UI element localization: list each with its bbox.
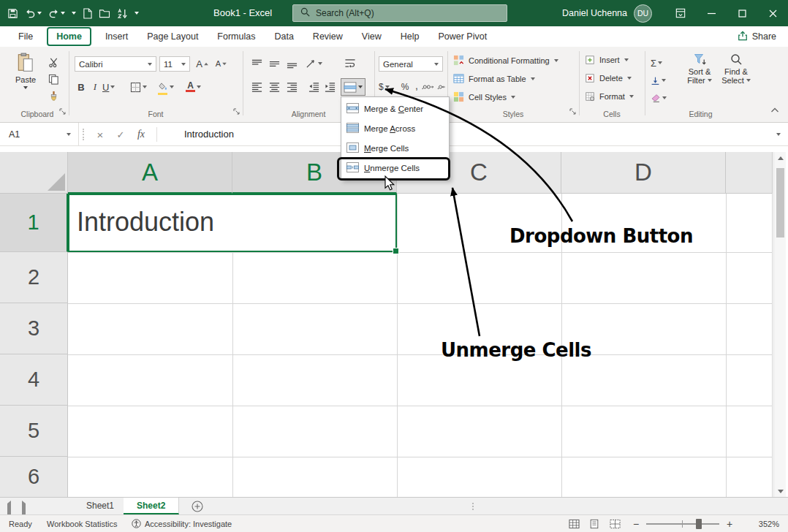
row-header-1[interactable]: 1 — [0, 194, 68, 252]
bold-button[interactable]: B — [75, 79, 88, 95]
customize-qat-icon[interactable] — [72, 12, 76, 15]
enter-button[interactable]: ✓ — [111, 123, 130, 146]
expand-formula-bar-icon[interactable] — [776, 133, 781, 136]
orientation-button[interactable] — [306, 55, 322, 72]
sheet-tab-sheet1[interactable]: Sheet1 — [73, 498, 128, 514]
search-input[interactable]: Search (Alt+Q) — [292, 4, 507, 22]
format-cells-button[interactable]: Format — [585, 91, 634, 102]
sheet-tab-sheet2[interactable]: Sheet2 — [124, 498, 179, 514]
share-button[interactable]: Share — [738, 26, 776, 47]
redo-dropdown-icon[interactable] — [61, 12, 65, 15]
undo-button[interactable] — [25, 9, 42, 18]
align-right-icon[interactable] — [284, 79, 300, 95]
autosum-button[interactable]: Σ — [651, 54, 662, 72]
font-dialog-launcher-icon[interactable] — [233, 104, 240, 118]
ribbon-display-options-icon[interactable] — [665, 0, 696, 26]
page-layout-view-icon[interactable] — [589, 515, 599, 532]
tab-help[interactable]: Help — [391, 26, 429, 47]
clear-dropdown-icon[interactable] — [662, 96, 667, 99]
insert-function-button[interactable]: fx — [132, 123, 151, 146]
sort-filter-button[interactable]: Sort & Filter — [683, 53, 716, 85]
align-left-icon[interactable] — [249, 79, 265, 95]
close-button[interactable] — [757, 0, 788, 26]
tab-file[interactable]: File — [9, 26, 42, 47]
grow-font-button[interactable]: A — [194, 56, 211, 72]
borders-button[interactable] — [130, 78, 147, 96]
align-center-icon[interactable] — [266, 79, 282, 95]
row-header-3[interactable]: 3 — [0, 303, 68, 354]
menu-item-merge-and-center[interactable]: Merge & Center — [341, 99, 449, 118]
cancel-button[interactable]: × — [91, 123, 110, 146]
copy-icon[interactable] — [45, 71, 61, 87]
zoom-level-button[interactable]: 352% — [741, 515, 779, 532]
add-sheet-icon[interactable] — [192, 501, 203, 515]
name-box[interactable]: A1 — [0, 123, 79, 146]
tab-bar-splitter[interactable] — [472, 503, 474, 510]
tab-review[interactable]: Review — [303, 26, 352, 47]
tab-formulas[interactable]: Formulas — [208, 26, 265, 47]
increase-indent-icon[interactable] — [322, 79, 338, 95]
font-color-button[interactable]: A — [186, 78, 201, 96]
sort-az-icon[interactable] — [117, 8, 128, 19]
undo-dropdown-icon[interactable] — [37, 12, 42, 15]
fill-color-button[interactable] — [158, 78, 174, 96]
zoom-slider-thumb[interactable] — [696, 519, 702, 529]
tab-home[interactable]: Home — [47, 27, 91, 46]
normal-view-icon[interactable] — [569, 515, 580, 532]
tab-data[interactable]: Data — [265, 26, 303, 47]
page-break-view-icon[interactable] — [610, 515, 621, 532]
conditional-formatting-button[interactable]: Conditional Formatting — [453, 55, 558, 66]
minimize-button[interactable] — [696, 0, 727, 26]
number-format-combo[interactable]: General — [379, 56, 443, 72]
zoom-slider-track[interactable] — [646, 523, 719, 525]
row-header-5[interactable]: 5 — [0, 406, 68, 457]
top-align-icon[interactable] — [249, 56, 265, 72]
fill-dropdown-icon[interactable] — [662, 79, 666, 82]
autosum-dropdown-icon[interactable] — [658, 61, 662, 64]
accessibility-button[interactable]: Accessibility: Investigate — [132, 515, 232, 532]
column-header-partial[interactable] — [726, 152, 773, 194]
vertical-scrollbar[interactable] — [773, 152, 786, 497]
decrease-indent-icon[interactable] — [306, 79, 322, 95]
new-file-icon[interactable] — [83, 8, 92, 19]
wrap-text-icon[interactable] — [341, 55, 360, 71]
accounting-dropdown-icon[interactable] — [385, 86, 390, 88]
name-box-dropdown-icon[interactable] — [67, 133, 71, 136]
format-painter-icon[interactable] — [45, 88, 61, 104]
select-all-corner[interactable] — [0, 152, 68, 194]
menu-item-merge-cells[interactable]: Merge Cells — [341, 138, 449, 158]
paste-button[interactable]: Paste — [9, 53, 42, 89]
clear-button[interactable] — [651, 89, 667, 107]
merge-center-button[interactable] — [341, 78, 365, 96]
vertical-scrollbar-thumb[interactable] — [776, 168, 784, 238]
middle-align-icon[interactable] — [266, 56, 282, 72]
find-select-button[interactable]: Find & Select — [719, 53, 753, 85]
column-header-d[interactable]: D — [561, 152, 726, 194]
save-icon[interactable] — [7, 8, 18, 19]
scroll-down-icon[interactable] — [774, 485, 787, 497]
italic-button[interactable]: I — [89, 79, 101, 95]
clipboard-dialog-launcher-icon[interactable] — [59, 104, 66, 118]
formula-bar-drag-handle[interactable] — [83, 129, 85, 140]
tab-power-pivot[interactable]: Power Pivot — [428, 26, 496, 47]
merge-center-dropdown-icon[interactable] — [358, 86, 363, 88]
cell-a1-merged[interactable]: Introduction — [68, 194, 397, 252]
avatar[interactable]: DU — [634, 4, 652, 23]
underline-dropdown-icon[interactable] — [110, 86, 115, 88]
cut-icon[interactable] — [45, 54, 61, 70]
fill-button[interactable] — [651, 72, 666, 89]
qat-more-icon[interactable] — [135, 12, 139, 15]
increase-decimal-icon[interactable] — [421, 79, 434, 95]
font-size-combo[interactable]: 11 — [159, 56, 190, 72]
format-as-table-button[interactable]: Format as Table — [453, 73, 535, 84]
zoom-in-button[interactable]: + — [727, 515, 732, 532]
underline-button[interactable]: U — [102, 78, 115, 96]
font-family-combo[interactable]: Calibri — [75, 56, 156, 72]
fill-color-dropdown-icon[interactable] — [170, 86, 174, 88]
fill-handle[interactable] — [393, 248, 399, 254]
column-header-a[interactable]: A — [68, 152, 232, 194]
tab-insert[interactable]: Insert — [96, 26, 137, 47]
accounting-format-button[interactable]: $ — [379, 78, 390, 96]
bottom-align-icon[interactable] — [284, 56, 300, 72]
shrink-font-button[interactable]: A — [213, 56, 230, 72]
